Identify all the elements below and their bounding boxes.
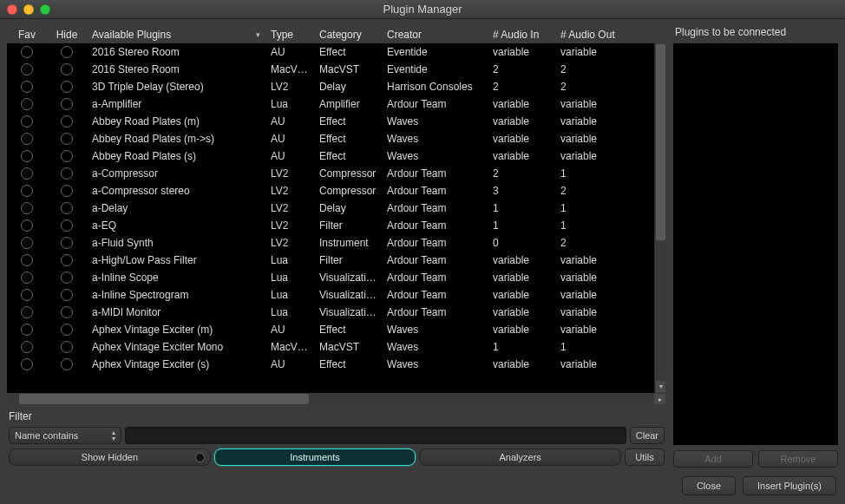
table-row[interactable]: 2016 Stereo RoomAUEffectEventidevariable… bbox=[7, 43, 654, 61]
fav-radio[interactable] bbox=[7, 202, 47, 214]
cell-audio-in: 3 bbox=[488, 185, 555, 197]
col-name[interactable]: Available Plugins ▾ bbox=[87, 29, 265, 41]
vertical-scrollbar[interactable]: ▾ bbox=[654, 43, 666, 393]
hide-radio[interactable] bbox=[47, 46, 87, 58]
hide-radio[interactable] bbox=[47, 272, 87, 284]
table-row[interactable]: a-MIDI MonitorLuaVisualizationArdour Tea… bbox=[7, 304, 654, 321]
horizontal-scrollbar[interactable]: ▸ bbox=[7, 393, 666, 405]
fav-radio[interactable] bbox=[7, 358, 47, 370]
fav-radio[interactable] bbox=[7, 185, 47, 197]
table-row[interactable]: a-CompressorLV2CompressorArdour Team21 bbox=[7, 165, 654, 182]
fav-radio[interactable] bbox=[7, 98, 47, 110]
close-button[interactable]: Close bbox=[682, 476, 736, 495]
cell-creator: Waves bbox=[382, 358, 488, 370]
add-button[interactable]: Add bbox=[673, 450, 753, 468]
col-hide[interactable]: Hide bbox=[47, 29, 87, 41]
radio-icon bbox=[21, 81, 33, 93]
col-type[interactable]: Type bbox=[265, 29, 314, 41]
connect-list[interactable] bbox=[673, 43, 838, 445]
cell-type: Lua bbox=[265, 98, 314, 110]
chevron-down-icon[interactable]: ▾ bbox=[656, 381, 665, 392]
table-row[interactable]: Aphex Vintage Exciter (s)AUEffectWavesva… bbox=[7, 356, 654, 373]
hide-radio[interactable] bbox=[47, 341, 87, 353]
hide-radio[interactable] bbox=[47, 98, 87, 110]
fav-radio[interactable] bbox=[7, 133, 47, 145]
cell-category: Instrument bbox=[314, 237, 382, 249]
fav-radio[interactable] bbox=[7, 341, 47, 353]
fav-radio[interactable] bbox=[7, 219, 47, 232]
window-title: Plugin Manager bbox=[383, 3, 462, 16]
hide-radio[interactable] bbox=[47, 81, 87, 93]
hide-radio[interactable] bbox=[47, 289, 87, 301]
fav-radio[interactable] bbox=[7, 289, 47, 301]
table-row[interactable]: Aphex Vintage Exciter MonoMacVSTMacVSTWa… bbox=[7, 338, 654, 356]
instruments-toggle[interactable]: Instruments bbox=[214, 448, 416, 466]
chevron-right-icon[interactable]: ▸ bbox=[654, 394, 665, 404]
table-row[interactable]: a-Inline ScopeLuaVisualizationArdour Tea… bbox=[7, 269, 654, 286]
col-category[interactable]: Category bbox=[314, 29, 382, 41]
clear-button[interactable]: Clear bbox=[630, 427, 665, 444]
col-audio-out[interactable]: # Audio Out bbox=[555, 29, 628, 41]
instruments-label: Instruments bbox=[290, 452, 339, 462]
hide-radio[interactable] bbox=[47, 306, 87, 318]
hide-radio[interactable] bbox=[47, 324, 87, 336]
col-creator[interactable]: Creator bbox=[382, 29, 488, 41]
table-row[interactable]: a-Compressor stereoLV2CompressorArdour T… bbox=[7, 182, 654, 200]
fav-radio[interactable] bbox=[7, 63, 47, 75]
radio-icon bbox=[61, 150, 73, 162]
fav-radio[interactable] bbox=[7, 115, 47, 128]
table-row[interactable]: 2016 Stereo RoomMacVSTMacVSTEventide22 bbox=[7, 61, 654, 78]
hide-radio[interactable] bbox=[47, 115, 87, 128]
cell-creator: Waves bbox=[382, 150, 488, 162]
close-icon[interactable] bbox=[7, 4, 17, 15]
table-row[interactable]: Abbey Road Plates (s)AUEffectWavesvariab… bbox=[7, 147, 654, 165]
filter-mode-select[interactable]: Name contains ▴▾ bbox=[9, 427, 121, 444]
hide-radio[interactable] bbox=[47, 254, 87, 266]
fav-radio[interactable] bbox=[7, 46, 47, 58]
cell-audio-in: variable bbox=[488, 306, 555, 318]
table-row[interactable]: a-DelayLV2DelayArdour Team11 bbox=[7, 200, 654, 217]
hide-radio[interactable] bbox=[47, 167, 87, 180]
fav-radio[interactable] bbox=[7, 272, 47, 284]
hide-radio[interactable] bbox=[47, 219, 87, 232]
remove-button[interactable]: Remove bbox=[758, 450, 838, 468]
table-row[interactable]: Abbey Road Plates (m)AUEffectWavesvariab… bbox=[7, 113, 654, 130]
hide-radio[interactable] bbox=[47, 185, 87, 197]
hide-radio[interactable] bbox=[47, 133, 87, 145]
utils-button[interactable]: Utils bbox=[625, 448, 665, 466]
cell-type: LV2 bbox=[265, 237, 314, 249]
table-row[interactable]: a-Fluid SynthLV2InstrumentArdour Team02 bbox=[7, 234, 654, 252]
fav-radio[interactable] bbox=[7, 167, 47, 180]
fav-radio[interactable] bbox=[7, 324, 47, 336]
col-fav[interactable]: Fav bbox=[7, 29, 47, 41]
fav-radio[interactable] bbox=[7, 254, 47, 266]
table-row[interactable]: a-AmplifierLuaAmplifierArdour Teamvariab… bbox=[7, 95, 654, 113]
cell-audio-out: variable bbox=[555, 254, 628, 266]
minimize-icon[interactable] bbox=[23, 4, 34, 15]
col-audio-in[interactable]: # Audio In bbox=[488, 29, 555, 41]
table-row[interactable]: a-EQLV2FilterArdour Team11 bbox=[7, 217, 654, 234]
radio-icon bbox=[61, 306, 73, 318]
hide-radio[interactable] bbox=[47, 150, 87, 162]
fav-radio[interactable] bbox=[7, 237, 47, 249]
hide-radio[interactable] bbox=[47, 202, 87, 214]
show-hidden-toggle[interactable]: Show Hidden bbox=[9, 448, 211, 466]
analyzers-toggle[interactable]: Analyzers bbox=[419, 448, 621, 466]
fav-radio[interactable] bbox=[7, 150, 47, 162]
table-row[interactable]: Abbey Road Plates (m->s)AUEffectWavesvar… bbox=[7, 130, 654, 147]
vscroll-thumb[interactable] bbox=[656, 44, 665, 240]
fav-radio[interactable] bbox=[7, 306, 47, 318]
fav-radio[interactable] bbox=[7, 81, 47, 93]
insert-button[interactable]: Insert Plugin(s) bbox=[743, 476, 836, 495]
table-row[interactable]: a-Inline SpectrogramLuaVisualizationArdo… bbox=[7, 286, 654, 304]
hide-radio[interactable] bbox=[47, 63, 87, 75]
table-row[interactable]: a-High/Low Pass FilterLuaFilterArdour Te… bbox=[7, 252, 654, 269]
table-row[interactable]: 3D Triple Delay (Stereo)LV2DelayHarrison… bbox=[7, 78, 654, 95]
hide-radio[interactable] bbox=[47, 237, 87, 249]
hide-radio[interactable] bbox=[47, 358, 87, 370]
cell-type: MacVST bbox=[265, 341, 314, 353]
table-row[interactable]: Aphex Vintage Exciter (m)AUEffectWavesva… bbox=[7, 321, 654, 338]
filter-input[interactable] bbox=[125, 427, 626, 444]
zoom-icon[interactable] bbox=[40, 4, 50, 15]
hscroll-thumb[interactable] bbox=[19, 394, 309, 404]
